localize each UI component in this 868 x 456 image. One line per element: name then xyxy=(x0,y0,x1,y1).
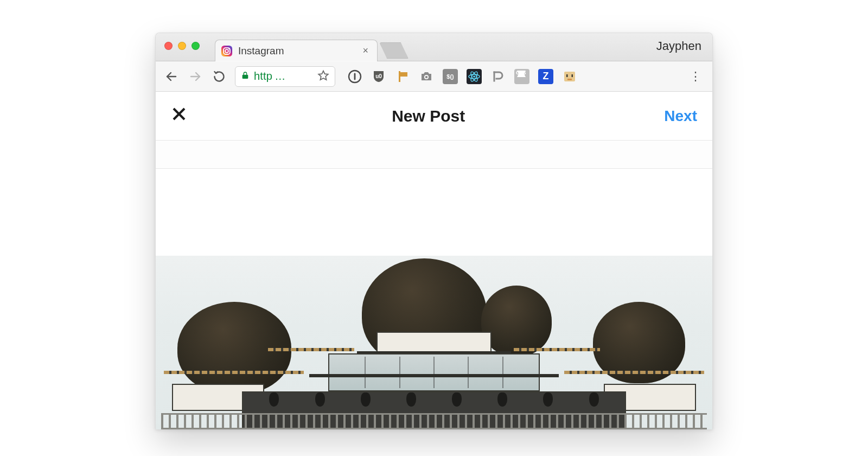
url-ellipsis: … xyxy=(275,70,285,83)
robot-extension-icon[interactable] xyxy=(562,69,577,84)
flag-extension-icon[interactable] xyxy=(395,69,410,84)
window-titlebar: Instagram × Jayphen xyxy=(156,33,712,61)
svg-point-3 xyxy=(228,48,229,49)
svg-rect-19 xyxy=(566,74,568,77)
svg-rect-10 xyxy=(399,71,400,82)
camera-extension-icon[interactable] xyxy=(419,69,434,84)
extension-label: Z xyxy=(543,71,549,82)
filter-strip[interactable] xyxy=(156,141,712,169)
window-minimize-button[interactable] xyxy=(178,42,186,50)
z-extension-icon[interactable]: Z xyxy=(538,69,553,84)
back-button[interactable] xyxy=(163,68,180,85)
svg-point-13 xyxy=(425,75,428,78)
page-content: New Post Next xyxy=(156,92,712,429)
jquery-extension-icon[interactable]: $() xyxy=(443,69,458,84)
address-bar[interactable]: http … xyxy=(235,66,335,87)
photo-preview[interactable] xyxy=(156,169,712,429)
window-maximize-button[interactable] xyxy=(192,42,200,50)
onepassword-icon[interactable] xyxy=(347,69,362,84)
window-close-button[interactable] xyxy=(164,42,173,50)
tab-title: Instagram xyxy=(238,45,355,57)
svg-text:u0: u0 xyxy=(375,73,382,79)
redux-devtools-icon[interactable] xyxy=(490,69,506,84)
svg-rect-8 xyxy=(354,73,356,80)
close-button[interactable] xyxy=(171,105,193,126)
new-tab-button[interactable] xyxy=(379,42,409,59)
browser-toolbar: http … u0 $() xyxy=(156,61,712,92)
extension-label: $() xyxy=(446,73,454,80)
photo-building xyxy=(194,332,674,429)
react-devtools-icon[interactable] xyxy=(467,69,482,84)
svg-rect-0 xyxy=(221,45,232,56)
bookmark-star-icon[interactable] xyxy=(317,69,329,84)
ublock-icon[interactable]: u0 xyxy=(371,69,386,84)
browser-tab[interactable]: Instagram × xyxy=(215,40,378,61)
svg-rect-21 xyxy=(567,79,572,80)
page-title: New Post xyxy=(392,107,465,125)
svg-rect-20 xyxy=(572,74,573,77)
extensions-row: u0 $() CSS Z xyxy=(347,69,577,84)
window-controls xyxy=(164,42,200,50)
next-button[interactable]: Next xyxy=(664,107,697,125)
svg-point-17 xyxy=(473,75,475,78)
browser-menu-button[interactable]: ⋮ xyxy=(687,69,705,84)
new-post-header: New Post Next xyxy=(156,92,712,141)
css-extension-icon[interactable]: CSS xyxy=(514,69,529,84)
reload-button[interactable] xyxy=(211,68,227,85)
svg-rect-11 xyxy=(400,72,407,77)
instagram-favicon-icon xyxy=(221,45,233,57)
tab-close-button[interactable]: × xyxy=(360,45,371,56)
profile-name[interactable]: Jayphen xyxy=(656,39,707,55)
browser-window: Instagram × Jayphen http … xyxy=(155,33,713,429)
forward-button[interactable] xyxy=(187,68,203,85)
lock-icon xyxy=(241,71,250,82)
url-text: http xyxy=(254,70,272,83)
svg-marker-6 xyxy=(318,71,328,80)
